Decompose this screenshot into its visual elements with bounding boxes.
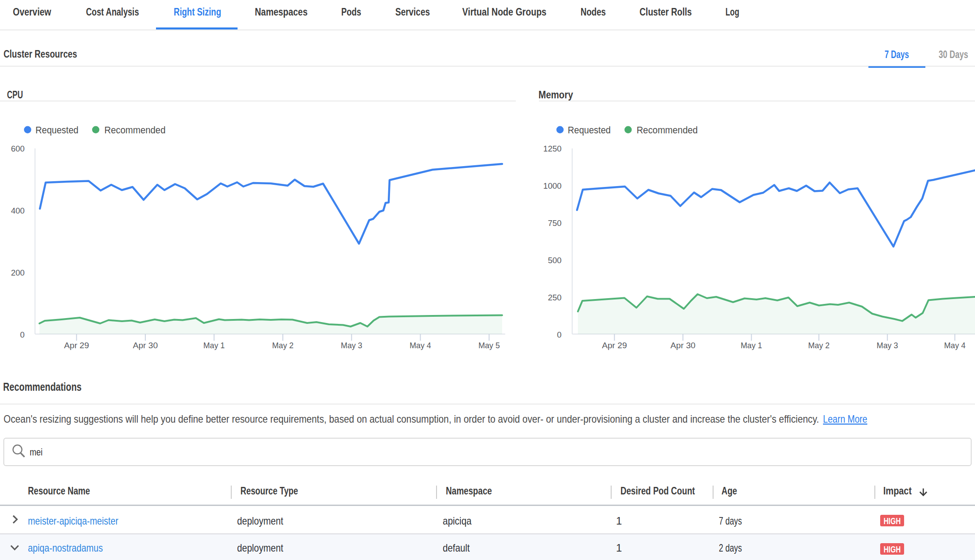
svg-text:May 1: May 1 xyxy=(741,341,762,350)
svg-text:Apr 29: Apr 29 xyxy=(64,341,89,350)
svg-text:Right Sizing: Right Sizing xyxy=(174,6,221,18)
svg-text:Requested: Requested xyxy=(568,124,611,136)
svg-text:Desired Pod Count: Desired Pod Count xyxy=(620,485,695,497)
svg-text:Recommendations: Recommendations xyxy=(3,381,82,393)
svg-text:Resource Type: Resource Type xyxy=(241,485,298,497)
svg-text:Nodes: Nodes xyxy=(581,6,606,18)
svg-text:Virtual Node Groups: Virtual Node Groups xyxy=(462,6,546,18)
svg-text:Apr 30: Apr 30 xyxy=(671,341,695,350)
svg-text:Recommended: Recommended xyxy=(636,124,698,136)
svg-text:Log: Log xyxy=(725,6,739,18)
svg-text:Services: Services xyxy=(395,6,430,18)
svg-text:May 2: May 2 xyxy=(272,341,293,350)
svg-text:Learn More: Learn More xyxy=(823,413,867,425)
svg-text:May 3: May 3 xyxy=(341,341,362,350)
svg-text:May 4: May 4 xyxy=(410,341,431,350)
svg-text:1: 1 xyxy=(616,515,622,527)
svg-text:Cost Analysis: Cost Analysis xyxy=(86,6,139,18)
svg-text:1: 1 xyxy=(616,542,622,554)
svg-text:1250: 1250 xyxy=(543,144,562,153)
svg-text:600: 600 xyxy=(11,144,25,153)
svg-text:Cluster Resources: Cluster Resources xyxy=(4,48,77,60)
svg-text:Ocean's resizing suggestions w: Ocean's resizing suggestions will help y… xyxy=(4,413,819,425)
svg-text:CPU: CPU xyxy=(7,89,23,101)
svg-text:Overview: Overview xyxy=(13,6,51,18)
svg-text:Requested: Requested xyxy=(35,124,78,136)
svg-text:apiciqa: apiciqa xyxy=(443,515,472,527)
svg-text:Memory: Memory xyxy=(538,89,573,101)
svg-text:May 4: May 4 xyxy=(944,341,966,350)
svg-text:750: 750 xyxy=(548,218,562,228)
svg-text:May 1: May 1 xyxy=(203,341,225,350)
svg-text:7 days: 7 days xyxy=(719,515,742,527)
svg-text:May 2: May 2 xyxy=(808,341,830,350)
svg-text:0: 0 xyxy=(557,330,562,339)
svg-text:2 days: 2 days xyxy=(719,542,742,554)
svg-text:400: 400 xyxy=(11,206,25,215)
svg-text:HIGH: HIGH xyxy=(884,516,901,526)
svg-text:1000: 1000 xyxy=(543,181,562,191)
svg-text:HIGH: HIGH xyxy=(884,544,901,554)
svg-text:250: 250 xyxy=(548,293,562,302)
svg-text:Resource Name: Resource Name xyxy=(28,485,90,497)
svg-text:Apr 29: Apr 29 xyxy=(602,341,627,350)
svg-text:200: 200 xyxy=(11,268,25,277)
svg-text:deployment: deployment xyxy=(237,515,283,527)
svg-text:default: default xyxy=(443,542,470,554)
svg-text:Namespace: Namespace xyxy=(446,485,492,497)
svg-text:Cluster Rolls: Cluster Rolls xyxy=(640,6,692,18)
svg-text:Age: Age xyxy=(722,485,737,497)
svg-text:30 Days: 30 Days xyxy=(939,48,968,60)
svg-text:May 5: May 5 xyxy=(478,341,499,350)
svg-text:deployment: deployment xyxy=(237,542,283,554)
svg-text:Namespaces: Namespaces xyxy=(255,6,308,18)
svg-text:0: 0 xyxy=(20,330,24,339)
svg-text:May 3: May 3 xyxy=(877,341,898,350)
svg-text:Recommended: Recommended xyxy=(105,124,166,136)
svg-text:Pods: Pods xyxy=(341,6,361,18)
svg-text:500: 500 xyxy=(548,256,562,265)
svg-text:apiqa-nostradamus: apiqa-nostradamus xyxy=(28,542,103,554)
svg-text:Impact: Impact xyxy=(883,485,912,497)
svg-text:mei: mei xyxy=(30,447,43,458)
svg-text:meister-apiciqa-meister: meister-apiciqa-meister xyxy=(28,515,118,527)
svg-text:Apr 30: Apr 30 xyxy=(133,341,158,350)
svg-text:7 Days: 7 Days xyxy=(885,48,909,60)
